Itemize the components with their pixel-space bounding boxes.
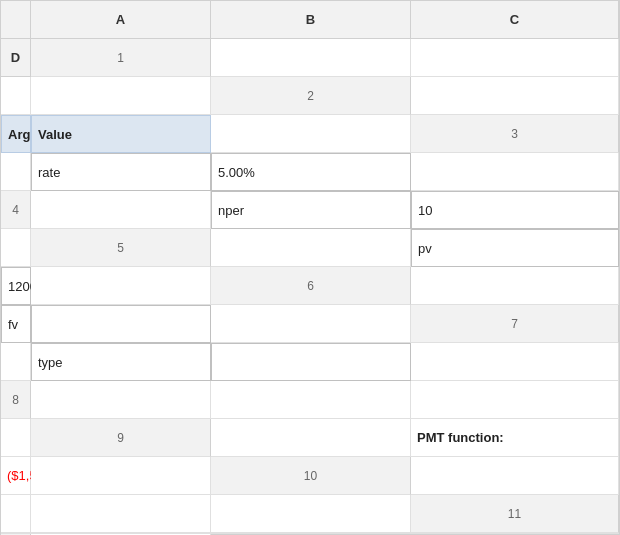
cell-c10[interactable] <box>31 495 211 533</box>
cell-c1[interactable] <box>1 77 31 115</box>
cell-d7[interactable] <box>411 343 619 381</box>
cell-d10[interactable] <box>211 495 411 533</box>
cell-c7-type-value[interactable] <box>211 343 411 381</box>
cell-d6[interactable] <box>211 305 411 343</box>
cell-b10[interactable] <box>1 495 31 533</box>
row-num-6: 6 <box>211 267 411 305</box>
cell-d4[interactable] <box>1 229 31 267</box>
cell-c6-fv-value[interactable] <box>31 305 211 343</box>
cell-c9-pmt-value[interactable]: ($1,554.05) <box>1 457 31 495</box>
cell-a10[interactable] <box>411 457 619 495</box>
col-header-corner <box>1 1 31 39</box>
cell-c5-pv-value[interactable]: 12000 <box>1 267 31 305</box>
cell-a8[interactable] <box>31 381 211 419</box>
cell-a2[interactable] <box>411 77 619 115</box>
row-num-1: 1 <box>31 39 211 77</box>
cell-d2[interactable] <box>211 115 411 153</box>
cell-a5[interactable] <box>211 229 411 267</box>
cell-a7[interactable] <box>1 343 31 381</box>
row-num-9: 9 <box>31 419 211 457</box>
cell-c11[interactable] <box>211 533 411 534</box>
col-header-d: D <box>1 39 31 77</box>
row-num-8: 8 <box>1 381 31 419</box>
row-num-5: 5 <box>31 229 211 267</box>
col-header-c: C <box>411 1 619 39</box>
cell-c4-nper-value[interactable]: 10 <box>411 191 619 229</box>
cell-c2-value-header[interactable]: Value <box>31 115 211 153</box>
cell-d8[interactable] <box>1 419 31 457</box>
row-num-11: 11 <box>411 495 619 533</box>
cell-a9[interactable] <box>211 419 411 457</box>
cell-b1[interactable] <box>411 39 619 77</box>
row-num-10: 10 <box>211 457 411 495</box>
cell-b9-pmt-label[interactable]: PMT function: <box>411 419 619 457</box>
row-num-4: 4 <box>1 191 31 229</box>
col-header-b: B <box>211 1 411 39</box>
col-header-a: A <box>31 1 211 39</box>
cell-b3-rate[interactable]: rate <box>31 153 211 191</box>
cell-d3[interactable] <box>411 153 619 191</box>
cell-a3[interactable] <box>1 153 31 191</box>
cell-d5[interactable] <box>31 267 211 305</box>
cell-d11[interactable] <box>411 533 619 534</box>
cell-b5-pv[interactable]: pv <box>411 229 619 267</box>
spreadsheet: A B C D 1 2 Argument Value 3 rate 5.00% … <box>0 0 620 535</box>
row-num-3: 3 <box>411 115 619 153</box>
cell-a4[interactable] <box>31 191 211 229</box>
cell-b4-nper[interactable]: nper <box>211 191 411 229</box>
cell-b6-fv[interactable]: fv <box>1 305 31 343</box>
cell-c8[interactable] <box>411 381 619 419</box>
cell-a1[interactable] <box>211 39 411 77</box>
row-num-2: 2 <box>211 77 411 115</box>
cell-d9[interactable] <box>31 457 211 495</box>
cell-c3-rate-value[interactable]: 5.00% <box>211 153 411 191</box>
cell-d1[interactable] <box>31 77 211 115</box>
cell-b8[interactable] <box>211 381 411 419</box>
cell-a6[interactable] <box>411 267 619 305</box>
row-num-7: 7 <box>411 305 619 343</box>
cell-b7-type[interactable]: type <box>31 343 211 381</box>
cell-b2-argument-header[interactable]: Argument <box>1 115 31 153</box>
grid: A B C D 1 2 Argument Value 3 rate 5.00% … <box>1 1 619 535</box>
